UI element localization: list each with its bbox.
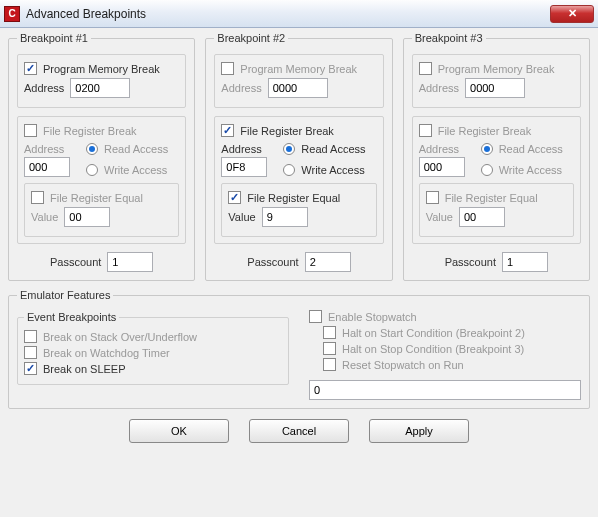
file-register-equal-label: File Register Equal	[50, 192, 143, 204]
halt-start-checkbox[interactable]	[323, 326, 336, 339]
break-wdt-checkbox[interactable]	[24, 346, 37, 359]
pmb-address-input[interactable]	[465, 78, 525, 98]
break-wdt-label: Break on Watchdog Timer	[43, 347, 170, 359]
fre-value-input[interactable]	[262, 207, 308, 227]
breakpoint-legend: Breakpoint #3	[412, 32, 486, 44]
breakpoint-group-1: Breakpoint #1Program Memory BreakAddress…	[8, 32, 195, 281]
read-access-radio[interactable]	[283, 143, 295, 155]
reset-stopwatch-checkbox[interactable]	[323, 358, 336, 371]
passcount-input[interactable]	[107, 252, 153, 272]
write-access-radio[interactable]	[481, 164, 493, 176]
passcount-label: Passcount	[50, 256, 101, 268]
app-icon: C	[4, 6, 20, 22]
breakpoint-group-2: Breakpoint #2Program Memory BreakAddress…	[205, 32, 392, 281]
frb-address-input[interactable]	[24, 157, 70, 177]
file-register-equal-label: File Register Equal	[247, 192, 340, 204]
file-register-break-checkbox[interactable]	[24, 124, 37, 137]
cancel-button[interactable]: Cancel	[249, 419, 349, 443]
passcount-label: Passcount	[247, 256, 298, 268]
breakpoint-legend: Breakpoint #2	[214, 32, 288, 44]
halt-stop-label: Halt on Stop Condition (Breakpoint 3)	[342, 343, 524, 355]
frb-address-label: Address	[24, 143, 70, 155]
enable-stopwatch-label: Enable Stopwatch	[328, 311, 417, 323]
read-access-radio[interactable]	[481, 143, 493, 155]
breakpoint-group-3: Breakpoint #3Program Memory BreakAddress…	[403, 32, 590, 281]
close-icon: ✕	[568, 7, 577, 20]
passcount-label: Passcount	[445, 256, 496, 268]
pmb-address-label: Address	[24, 82, 64, 94]
write-access-label: Write Access	[499, 164, 562, 176]
program-memory-break-label: Program Memory Break	[43, 63, 160, 75]
write-access-radio[interactable]	[86, 164, 98, 176]
break-sleep-checkbox[interactable]	[24, 362, 37, 375]
halt-start-label: Halt on Start Condition (Breakpoint 2)	[342, 327, 525, 339]
write-access-radio[interactable]	[283, 164, 295, 176]
program-memory-break-checkbox[interactable]	[221, 62, 234, 75]
write-access-label: Write Access	[104, 164, 167, 176]
frb-address-input[interactable]	[221, 157, 267, 177]
program-memory-break-label: Program Memory Break	[438, 63, 555, 75]
event-breakpoints-legend: Event Breakpoints	[24, 311, 119, 323]
file-register-equal-checkbox[interactable]	[426, 191, 439, 204]
file-register-break-group: File Register BreakAddressRead AccessWri…	[17, 116, 186, 244]
file-register-equal-checkbox[interactable]	[228, 191, 241, 204]
file-register-break-group: File Register BreakAddressRead AccessWri…	[412, 116, 581, 244]
fre-value-input[interactable]	[459, 207, 505, 227]
break-stack-checkbox[interactable]	[24, 330, 37, 343]
pmb-address-label: Address	[419, 82, 459, 94]
file-register-break-group: File Register BreakAddressRead AccessWri…	[214, 116, 383, 244]
breakpoint-legend: Breakpoint #1	[17, 32, 91, 44]
pmb-address-input[interactable]	[70, 78, 130, 98]
enable-stopwatch-checkbox[interactable]	[309, 310, 322, 323]
file-register-break-label: File Register Break	[240, 125, 334, 137]
program-memory-break-group: Program Memory BreakAddress	[17, 54, 186, 108]
fre-value-label: Value	[426, 211, 453, 223]
program-memory-break-checkbox[interactable]	[419, 62, 432, 75]
file-register-equal-checkbox[interactable]	[31, 191, 44, 204]
halt-stop-checkbox[interactable]	[323, 342, 336, 355]
read-access-radio[interactable]	[86, 143, 98, 155]
ok-button[interactable]: OK	[129, 419, 229, 443]
program-memory-break-checkbox[interactable]	[24, 62, 37, 75]
program-memory-break-group: Program Memory BreakAddress	[412, 54, 581, 108]
window-title: Advanced Breakpoints	[26, 7, 550, 21]
fre-value-label: Value	[228, 211, 255, 223]
write-access-label: Write Access	[301, 164, 364, 176]
passcount-input[interactable]	[502, 252, 548, 272]
file-register-equal-group: File Register EqualValue	[24, 183, 179, 237]
fre-value-label: Value	[31, 211, 58, 223]
break-stack-label: Break on Stack Over/Underflow	[43, 331, 197, 343]
break-sleep-label: Break on SLEEP	[43, 363, 126, 375]
file-register-equal-group: File Register EqualValue	[221, 183, 376, 237]
frb-address-input[interactable]	[419, 157, 465, 177]
file-register-equal-group: File Register EqualValue	[419, 183, 574, 237]
titlebar: C Advanced Breakpoints ✕	[0, 0, 598, 28]
program-memory-break-group: Program Memory BreakAddress	[214, 54, 383, 108]
apply-button[interactable]: Apply	[369, 419, 469, 443]
pmb-address-input[interactable]	[268, 78, 328, 98]
reset-stopwatch-label: Reset Stopwatch on Run	[342, 359, 464, 371]
emulator-features-group: Emulator Features Event Breakpoints Brea…	[8, 289, 590, 409]
emulator-features-legend: Emulator Features	[17, 289, 113, 301]
stopwatch-value-input[interactable]	[309, 380, 581, 400]
read-access-label: Read Access	[104, 143, 168, 155]
frb-address-label: Address	[221, 143, 267, 155]
program-memory-break-label: Program Memory Break	[240, 63, 357, 75]
frb-address-label: Address	[419, 143, 465, 155]
file-register-equal-label: File Register Equal	[445, 192, 538, 204]
event-breakpoints-group: Event Breakpoints Break on Stack Over/Un…	[17, 311, 289, 385]
file-register-break-checkbox[interactable]	[221, 124, 234, 137]
file-register-break-checkbox[interactable]	[419, 124, 432, 137]
read-access-label: Read Access	[301, 143, 365, 155]
pmb-address-label: Address	[221, 82, 261, 94]
read-access-label: Read Access	[499, 143, 563, 155]
passcount-input[interactable]	[305, 252, 351, 272]
close-button[interactable]: ✕	[550, 5, 594, 23]
file-register-break-label: File Register Break	[438, 125, 532, 137]
dialog-content: Breakpoint #1Program Memory BreakAddress…	[0, 28, 598, 517]
file-register-break-label: File Register Break	[43, 125, 137, 137]
fre-value-input[interactable]	[64, 207, 110, 227]
